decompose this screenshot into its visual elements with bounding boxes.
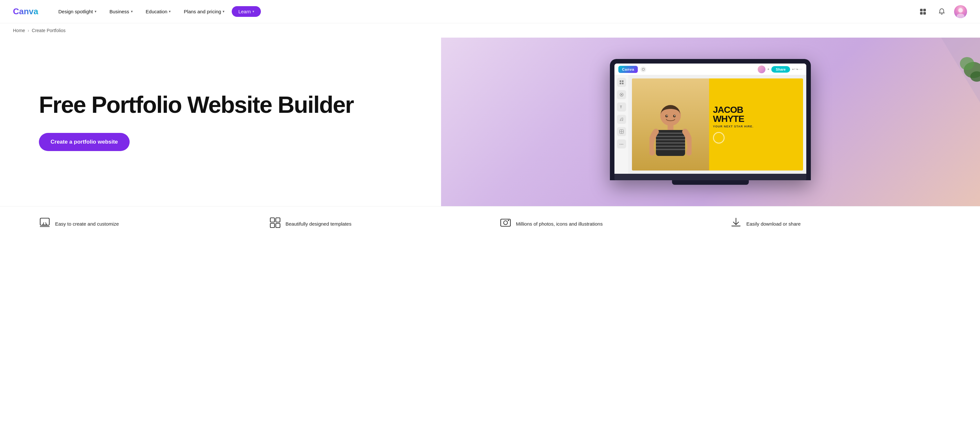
portfolio-name-line2: WHYTE bbox=[713, 115, 799, 123]
chevron-down-icon: ▾ bbox=[131, 10, 133, 14]
editor-topbar: Canva + Share bbox=[614, 64, 806, 75]
feature-photos-text: Millions of photos, icons and illustrati… bbox=[516, 221, 603, 226]
editor-add-icon[interactable]: + bbox=[767, 67, 769, 71]
svg-rect-41 bbox=[276, 223, 280, 228]
editor-undo-icon: ↩ bbox=[792, 67, 795, 71]
user-avatar[interactable] bbox=[954, 5, 967, 18]
apps-icon-button[interactable] bbox=[916, 5, 929, 18]
svg-point-43 bbox=[504, 221, 508, 225]
svg-point-33 bbox=[960, 57, 974, 70]
breadcrumb-home-link[interactable]: Home bbox=[13, 28, 25, 33]
editor-sidebar: T ⋯ bbox=[614, 75, 629, 174]
hero-left-content: Free Portfolio Website Builder Create a … bbox=[0, 73, 539, 171]
svg-rect-35 bbox=[40, 218, 49, 225]
svg-rect-1 bbox=[920, 9, 923, 11]
nav-links: Design spotlight ▾ Business ▾ Education … bbox=[52, 6, 916, 17]
editor-action-icons: ↩ ↪ ⋯ bbox=[792, 67, 802, 71]
editor-sidebar-more-icon[interactable]: ⋯ bbox=[617, 139, 626, 148]
editor-canva-logo: Canva bbox=[618, 66, 638, 73]
feature-templates-text: Beautifully designed templates bbox=[285, 221, 351, 226]
breadcrumb: Home › Create Portfolios bbox=[0, 23, 980, 38]
editor-sidebar-table-icon[interactable] bbox=[617, 127, 626, 136]
laptop-base bbox=[614, 174, 806, 180]
feature-easy-create-text: Easy to create and customize bbox=[55, 221, 119, 226]
svg-point-44 bbox=[508, 220, 509, 221]
portfolio-subtitle: YOUR NEXT STAR HIRE. bbox=[713, 125, 799, 128]
editor-sidebar-elements-icon[interactable] bbox=[617, 78, 626, 87]
chevron-down-icon: ▾ bbox=[253, 10, 255, 14]
svg-text:T: T bbox=[620, 105, 622, 109]
feature-download: Easily download or share bbox=[730, 217, 941, 231]
nav-plans-pricing[interactable]: Plans and pricing ▾ bbox=[178, 6, 231, 17]
editor-sidebar-music-icon[interactable] bbox=[617, 115, 626, 124]
editor-sidebar-text-icon[interactable]: T bbox=[617, 102, 626, 112]
hero-title: Free Portfolio Website Builder bbox=[39, 93, 526, 117]
svg-rect-10 bbox=[622, 80, 624, 82]
navbar: Canva Design spotlight ▾ Business ▾ Educ… bbox=[0, 0, 980, 23]
editor-redo-icon: ↪ bbox=[795, 67, 798, 71]
chevron-down-icon: ▾ bbox=[169, 10, 171, 14]
features-section: Easy to create and customize Beautifully… bbox=[0, 206, 980, 241]
svg-text:Canva: Canva bbox=[13, 7, 38, 16]
breadcrumb-separator: › bbox=[27, 28, 29, 33]
editor-body: T ⋯ bbox=[614, 75, 806, 174]
editor-user-avatar bbox=[758, 65, 765, 73]
svg-point-14 bbox=[621, 94, 622, 95]
person-silhouette bbox=[649, 99, 692, 171]
svg-rect-39 bbox=[276, 218, 280, 222]
svg-rect-9 bbox=[620, 80, 621, 82]
editor-share-button[interactable]: Share bbox=[771, 66, 791, 73]
editor-more-icon: ⋯ bbox=[799, 67, 802, 71]
nav-design-spotlight[interactable]: Design spotlight ▾ bbox=[52, 6, 102, 17]
hero-section: Free Portfolio Website Builder Create a … bbox=[0, 38, 980, 206]
laptop-screen: Canva + Share bbox=[614, 64, 806, 174]
editor-topbar-right: + Share ↩ ↪ ⋯ bbox=[758, 65, 802, 73]
svg-rect-11 bbox=[620, 83, 621, 84]
svg-point-6 bbox=[958, 8, 963, 13]
templates-icon bbox=[269, 217, 281, 231]
editor-tool-icon bbox=[640, 67, 646, 72]
laptop-mockup: Canva + Share bbox=[610, 59, 811, 185]
svg-rect-2 bbox=[923, 9, 926, 11]
breadcrumb-current: Create Portfolios bbox=[32, 28, 65, 33]
svg-rect-38 bbox=[270, 218, 275, 222]
portfolio-name-line1: JACOB bbox=[713, 105, 799, 115]
svg-point-31 bbox=[675, 115, 675, 116]
plant-decoration bbox=[954, 51, 980, 109]
notifications-icon-button[interactable] bbox=[935, 5, 948, 18]
svg-rect-3 bbox=[920, 12, 923, 14]
feature-photos: Millions of photos, icons and illustrati… bbox=[500, 217, 711, 231]
portfolio-person-image bbox=[632, 78, 709, 171]
svg-rect-40 bbox=[270, 223, 275, 228]
svg-rect-12 bbox=[622, 83, 624, 84]
create-portfolio-button[interactable]: Create a portfolio website bbox=[39, 133, 130, 151]
easy-create-icon bbox=[39, 217, 51, 231]
download-icon bbox=[730, 217, 742, 231]
svg-rect-4 bbox=[923, 12, 926, 14]
editor-sidebar-star-icon[interactable] bbox=[617, 90, 626, 99]
photos-icon bbox=[500, 217, 511, 231]
portfolio-decorative-circle bbox=[713, 132, 725, 143]
nav-business[interactable]: Business ▾ bbox=[104, 6, 139, 17]
nav-education[interactable]: Education ▾ bbox=[140, 6, 177, 17]
chevron-down-icon: ▾ bbox=[95, 10, 97, 14]
svg-point-8 bbox=[642, 68, 644, 70]
feature-easy-create: Easy to create and customize bbox=[39, 217, 250, 231]
svg-rect-45 bbox=[732, 226, 740, 227]
nav-learn[interactable]: Learn ▾ bbox=[232, 6, 261, 17]
nav-right-actions bbox=[916, 5, 967, 18]
editor-canvas: JACOB WHYTE YOUR NEXT STAR HIRE. bbox=[629, 75, 806, 174]
canva-logo[interactable]: Canva bbox=[13, 7, 42, 16]
portfolio-card: JACOB WHYTE YOUR NEXT STAR HIRE. bbox=[632, 78, 803, 171]
feature-templates: Beautifully designed templates bbox=[269, 217, 480, 231]
portfolio-text-area: JACOB WHYTE YOUR NEXT STAR HIRE. bbox=[709, 100, 803, 149]
svg-point-30 bbox=[667, 115, 668, 116]
chevron-down-icon: ▾ bbox=[223, 10, 224, 14]
laptop-outer-frame: Canva + Share bbox=[610, 59, 811, 180]
feature-download-text: Easily download or share bbox=[746, 221, 801, 226]
